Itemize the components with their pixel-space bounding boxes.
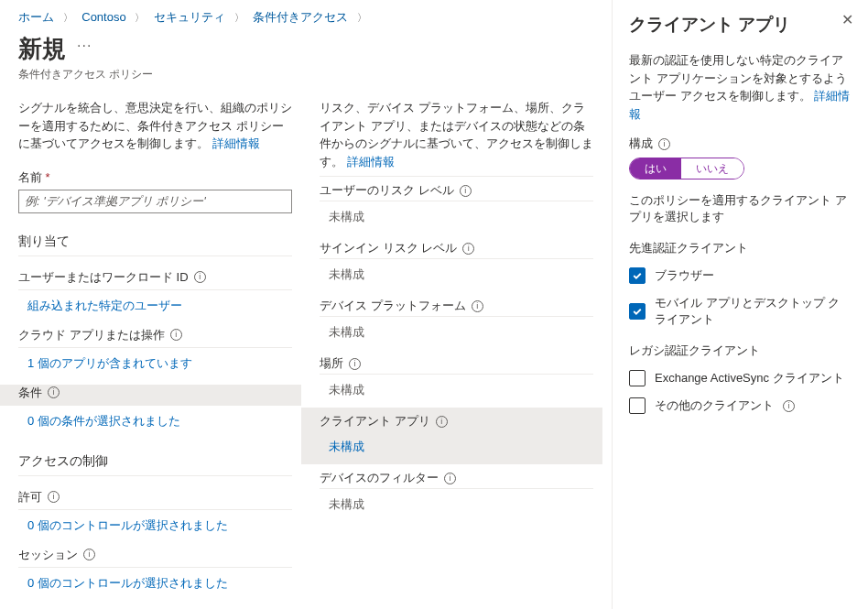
more-info-link[interactable]: 詳細情報	[212, 136, 260, 150]
info-icon[interactable]: i	[436, 416, 448, 428]
checkbox-label: Exchange ActiveSync クライアント	[655, 370, 844, 386]
users-workloads-value[interactable]: 組み込まれた特定のユーザー	[18, 298, 292, 314]
more-actions-button[interactable]: ···	[77, 38, 92, 54]
breadcrumb-security[interactable]: セキュリティ	[154, 10, 225, 24]
signin-risk-row[interactable]: サインイン リスク レベル i	[320, 240, 593, 259]
toggle-yes[interactable]: はい	[630, 158, 681, 179]
info-icon[interactable]: i	[460, 185, 472, 197]
location-row[interactable]: 場所 i	[320, 355, 593, 375]
users-workloads-row[interactable]: ユーザーまたはワークロード ID i	[18, 269, 292, 290]
info-icon[interactable]: i	[444, 473, 456, 484]
breadcrumb: ホーム 〉 Contoso 〉 セキュリティ 〉 条件付きアクセス 〉	[18, 9, 593, 26]
cloud-apps-value[interactable]: 1 個のアプリが含まれています	[18, 355, 292, 372]
configure-toggle[interactable]: はい いいえ	[629, 158, 744, 179]
info-icon[interactable]: i	[658, 138, 670, 150]
page-title: 新規	[18, 33, 66, 65]
device-filter-value: 未構成	[320, 496, 593, 513]
device-filter-row[interactable]: デバイスのフィルター i	[320, 470, 593, 489]
chevron-right-icon: 〉	[129, 12, 150, 23]
conditions-description: リスク、デバイス プラットフォーム、場所、クライアント アプリ、またはデバイスの…	[320, 99, 593, 170]
user-risk-value: 未構成	[320, 209, 593, 225]
device-platform-value: 未構成	[320, 324, 593, 341]
checkbox-label: モバイル アプリとデスクトップ クライアント	[655, 295, 852, 328]
name-label: 名前	[18, 169, 292, 186]
user-risk-row[interactable]: ユーザーのリスク レベル i	[320, 182, 593, 201]
checkbox-label: その他のクライアント	[655, 397, 774, 414]
modern-auth-header: 先進認証クライアント	[629, 240, 852, 256]
checkbox-mobile-desktop[interactable]: モバイル アプリとデスクトップ クライアント	[629, 295, 852, 328]
info-icon[interactable]: i	[194, 271, 206, 283]
cloud-apps-row[interactable]: クラウド アプリまたは操作 i	[18, 327, 292, 348]
info-icon[interactable]: i	[170, 329, 182, 341]
info-icon[interactable]: i	[83, 549, 95, 560]
info-icon[interactable]: i	[48, 386, 60, 398]
info-icon[interactable]: i	[472, 300, 483, 312]
configure-label: 構成 i	[629, 136, 852, 152]
device-platform-row[interactable]: デバイス プラットフォーム i	[320, 298, 593, 317]
breadcrumb-home[interactable]: ホーム	[18, 10, 54, 24]
legacy-auth-header: レガシ認証クライアント	[629, 343, 852, 359]
info-icon[interactable]: i	[349, 358, 361, 370]
info-icon[interactable]: i	[783, 400, 795, 412]
page-subtitle: 条件付きアクセス ポリシー	[18, 67, 593, 82]
info-icon[interactable]: i	[48, 491, 60, 503]
chevron-right-icon: 〉	[58, 12, 79, 23]
checkbox-icon	[629, 267, 646, 284]
name-input[interactable]	[18, 190, 292, 213]
access-controls-header: アクセスの制御	[18, 453, 292, 476]
info-icon[interactable]: i	[462, 243, 474, 255]
checkbox-icon	[629, 397, 646, 414]
checkbox-other-clients[interactable]: その他のクライアント i	[629, 397, 852, 414]
checkbox-icon	[629, 370, 646, 386]
toggle-no[interactable]: いいえ	[681, 158, 743, 179]
conditions-row[interactable]: 条件 i	[0, 385, 301, 406]
panel-title: クライアント アプリ	[629, 13, 852, 37]
location-value: 未構成	[320, 382, 593, 398]
chevron-right-icon: 〉	[352, 12, 373, 23]
panel-description: 最新の認証を使用しない特定のクライアント アプリケーションを対象とするようユーザ…	[629, 51, 852, 123]
checkbox-browser[interactable]: ブラウザー	[629, 267, 852, 284]
client-apps-row[interactable]: クライアント アプリ i	[320, 413, 593, 431]
breadcrumb-conditional-access[interactable]: 条件付きアクセス	[253, 10, 348, 24]
breadcrumb-contoso[interactable]: Contoso	[81, 10, 125, 24]
client-apps-value[interactable]: 未構成	[320, 439, 593, 455]
assignments-header: 割り当て	[18, 234, 292, 256]
checkbox-label: ブラウザー	[655, 267, 714, 284]
session-value[interactable]: 0 個のコントロールが選択されました	[18, 575, 292, 592]
close-icon[interactable]: ✕	[841, 13, 853, 27]
grant-row[interactable]: 許可 i	[18, 489, 292, 510]
conditions-value[interactable]: 0 個の条件が選択されました	[18, 413, 292, 430]
select-apps-text: このポリシーを適用するクライアント アプリを選択します	[629, 192, 852, 225]
session-row[interactable]: セッション i	[18, 547, 292, 568]
checkbox-exchange-activesync[interactable]: Exchange ActiveSync クライアント	[629, 370, 852, 386]
checkbox-icon	[629, 303, 646, 320]
grant-value[interactable]: 0 個のコントロールが選択されました	[18, 517, 292, 534]
chevron-right-icon: 〉	[229, 12, 250, 23]
signin-risk-value: 未構成	[320, 266, 593, 283]
signals-description: シグナルを統合し、意思決定を行い、組織のポリシーを適用するために、条件付きアクセ…	[18, 99, 292, 153]
more-info-link[interactable]: 詳細情報	[347, 155, 395, 169]
